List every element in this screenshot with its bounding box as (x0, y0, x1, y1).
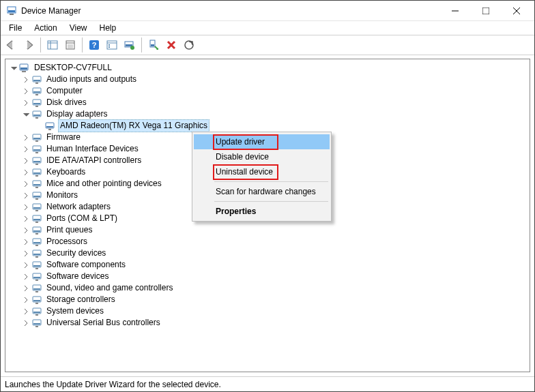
context-menu-item[interactable]: Disable device (194, 149, 330, 164)
close-button[interactable] (501, 1, 532, 20)
category-icon (31, 283, 42, 294)
svg-rect-82 (33, 277, 40, 278)
tree-category[interactable]: Processors (7, 236, 528, 247)
expand-icon[interactable] (20, 283, 31, 294)
tree-category-label: IDE ATA/ATAPI controllers (44, 155, 143, 166)
context-menu: Update driverDisable deviceUninstall dev… (192, 132, 332, 222)
expand-icon[interactable] (20, 237, 31, 247)
expand-icon[interactable] (20, 109, 31, 120)
tree-category[interactable]: Software devices (7, 271, 528, 282)
svg-rect-92 (35, 314, 38, 316)
expand-icon[interactable] (20, 86, 31, 97)
svg-rect-20 (109, 46, 110, 48)
expand-icon[interactable] (20, 155, 31, 166)
category-icon (31, 86, 42, 97)
expand-icon[interactable] (20, 167, 31, 178)
context-menu-item[interactable]: Properties (194, 204, 330, 219)
expand-icon[interactable] (20, 97, 31, 108)
tree-root-label: DESKTOP-CV7FULL (32, 62, 114, 74)
svg-point-23 (130, 46, 134, 50)
help-button[interactable]: ? (87, 37, 102, 52)
svg-rect-47 (35, 140, 38, 142)
svg-rect-50 (35, 152, 38, 153)
expand-icon[interactable] (20, 202, 31, 213)
svg-rect-77 (35, 256, 38, 258)
tree-category[interactable]: Universal Serial Bus controllers (7, 317, 528, 329)
svg-rect-79 (33, 265, 40, 267)
properties-button[interactable] (63, 37, 78, 52)
expand-icon[interactable] (20, 225, 31, 236)
expand-icon[interactable] (20, 318, 31, 329)
expand-icon[interactable] (20, 306, 31, 317)
expand-icon[interactable] (20, 248, 31, 259)
category-icon (31, 74, 42, 85)
expand-icon[interactable] (20, 144, 31, 155)
svg-rect-2 (10, 14, 14, 15)
expand-icon[interactable] (20, 295, 31, 305)
forward-button[interactable] (21, 37, 36, 52)
tree-category[interactable]: Security devices (7, 247, 528, 259)
expand-icon[interactable] (20, 190, 31, 201)
tree-category[interactable]: Sound, video and game controllers (7, 282, 528, 294)
maximize-button[interactable] (470, 1, 501, 20)
tree-category[interactable]: Computer (7, 85, 528, 97)
category-icon (31, 132, 42, 143)
svg-rect-7 (48, 41, 57, 49)
category-icon (31, 190, 42, 201)
window-title: Device Manager (21, 6, 81, 16)
svg-rect-44 (48, 129, 51, 130)
tree-category[interactable]: Storage controllers (7, 294, 528, 305)
tree-device-label: AMD Radeon(TM) RX Vega 11 Graphics (58, 119, 209, 132)
update-driver-button[interactable] (122, 37, 137, 52)
svg-rect-37 (33, 103, 40, 104)
svg-rect-35 (35, 94, 38, 95)
expand-icon[interactable] (20, 271, 31, 282)
svg-rect-25 (151, 44, 154, 46)
tree-category-label: Keyboards (44, 166, 87, 178)
svg-rect-65 (35, 210, 38, 211)
svg-rect-58 (33, 184, 40, 185)
back-button[interactable] (3, 37, 18, 52)
tree-category[interactable]: Audio inputs and outputs (7, 74, 528, 85)
toolbar-separator (141, 37, 142, 52)
tree-category[interactable]: Software components (7, 259, 528, 271)
tree-category[interactable]: Disk drives (7, 97, 528, 108)
tree-category-label: Print queues (44, 224, 94, 236)
uninstall-device-button[interactable] (164, 37, 179, 52)
tree-device[interactable]: AMD Radeon(TM) RX Vega 11 Graphics (7, 120, 528, 132)
svg-rect-89 (35, 303, 38, 304)
show-hide-tree-button[interactable] (45, 37, 60, 52)
context-menu-item[interactable]: Uninstall device (194, 164, 330, 179)
svg-rect-83 (35, 280, 38, 281)
tree-category[interactable]: Display adapters (7, 108, 528, 120)
expand-icon[interactable] (20, 260, 31, 271)
menu-file[interactable]: File (3, 22, 27, 33)
context-menu-item[interactable]: Update driver (194, 134, 330, 149)
expand-icon[interactable] (20, 132, 31, 143)
tree-root[interactable]: DESKTOP-CV7FULL (7, 62, 528, 74)
highlight-box (213, 164, 278, 180)
tree-category-label: Universal Serial Bus controllers (44, 317, 162, 329)
scan-hardware-button[interactable] (182, 37, 197, 52)
category-icon (31, 144, 42, 155)
property-sheet-button[interactable] (104, 37, 119, 52)
category-icon (31, 97, 42, 108)
menu-help[interactable]: Help (94, 22, 122, 33)
context-menu-item[interactable]: Scan for hardware changes (194, 184, 330, 199)
menu-action[interactable]: Action (29, 22, 62, 33)
svg-rect-38 (35, 106, 38, 107)
status-bar: Launches the Update Driver Wizard for th… (1, 376, 534, 391)
expand-icon[interactable] (20, 213, 31, 224)
tree-category-label: Sound, video and game controllers (44, 282, 175, 294)
menu-view[interactable]: View (64, 22, 93, 33)
expand-icon[interactable] (20, 74, 31, 85)
svg-rect-76 (33, 254, 40, 255)
minimize-button[interactable] (439, 1, 470, 20)
tree-category[interactable]: Print queues (7, 224, 528, 236)
expand-icon[interactable] (20, 179, 31, 190)
svg-rect-34 (33, 91, 40, 93)
tree-category[interactable]: System devices (7, 305, 528, 317)
svg-rect-19 (109, 44, 110, 46)
enable-device-button[interactable] (146, 37, 161, 52)
computer-icon (19, 63, 30, 74)
